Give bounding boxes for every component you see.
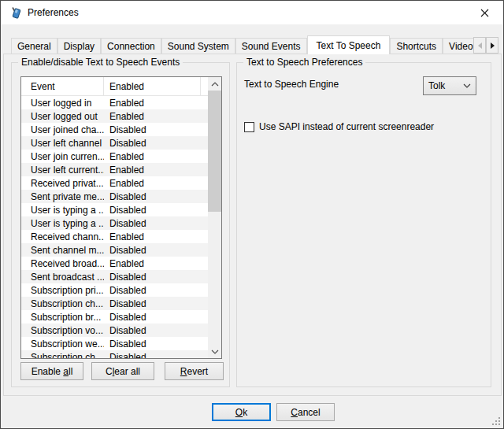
enabled-cell: Enabled [104, 111, 201, 122]
table-row[interactable]: Sent private me... Disabled [21, 190, 208, 203]
tab-general[interactable]: General [11, 38, 57, 54]
enabled-cell: Enabled [104, 258, 201, 269]
preferences-dialog: Preferences General Display Connection S… [0, 0, 504, 429]
scroll-down-button[interactable] [208, 345, 221, 358]
sapi-checkbox-label: Use SAPI instead of current screenreader [259, 121, 434, 132]
event-cell: Subscription br... [21, 312, 104, 323]
scroll-up-button[interactable] [208, 77, 221, 91]
table-row[interactable]: User joined cha... Disabled [21, 123, 208, 136]
enabled-cell: Disabled [104, 138, 201, 149]
table-row[interactable]: Sent broadcast ... Disabled [21, 270, 208, 283]
scrollbar-thumb[interactable] [208, 91, 221, 212]
event-cell: User joined cha... [21, 124, 104, 135]
engine-label: Text to Speech Engine [244, 79, 339, 90]
table-row[interactable]: Subscription pri... Disabled [21, 283, 208, 297]
event-cell: Sent private me... [21, 191, 104, 202]
tts-events-group-title: Enable/disable Text to Speech Events [18, 57, 183, 68]
event-cell: Sent broadcast ... [21, 272, 104, 283]
table-row[interactable]: Subscription we... Disabled [21, 337, 208, 350]
table-row[interactable]: Sent channel m... Disabled [21, 243, 208, 257]
event-cell: User left channel [21, 138, 104, 149]
enabled-cell: Disabled [104, 218, 201, 229]
enabled-cell: Enabled [104, 98, 201, 109]
table-row[interactable]: Subscription ch... Disabled [21, 350, 208, 359]
event-cell: User is typing a ... [21, 205, 104, 216]
revert-button[interactable]: Revert [165, 362, 224, 380]
tab-scroll-left-button[interactable] [473, 37, 486, 54]
tab-text-to-speech[interactable]: Text To Speech [307, 35, 391, 54]
tab-scroll-left-icon [478, 43, 482, 49]
event-cell: Subscription pri... [21, 285, 104, 296]
table-row[interactable]: User left channel Disabled [21, 136, 208, 150]
enabled-cell: Disabled [104, 272, 201, 283]
tts-preferences-group-title: Text to Speech Preferences [243, 57, 365, 68]
table-row[interactable]: User join curren... Enabled [21, 150, 208, 163]
table-row[interactable]: Subscription ch... Disabled [21, 297, 208, 310]
enabled-cell: Disabled [104, 352, 201, 360]
enabled-cell: Disabled [104, 325, 201, 336]
table-row[interactable]: User left current... Enabled [21, 163, 208, 176]
event-cell: Received privat... [21, 178, 104, 189]
event-cell: Subscription ch... [21, 352, 104, 360]
tab-scroller [473, 37, 498, 54]
tab-sound-events[interactable]: Sound Events [235, 38, 307, 54]
title-bar: Preferences [1, 1, 503, 24]
table-row[interactable]: Subscription vo... Disabled [21, 324, 208, 337]
tab-scroll-right-icon [491, 43, 495, 49]
ok-button[interactable]: Ok [212, 403, 271, 421]
enabled-cell: Enabled [104, 231, 201, 242]
tab-shortcuts[interactable]: Shortcuts [390, 38, 443, 54]
tab-scroll-right-button[interactable] [486, 37, 498, 54]
table-row[interactable]: Subscription br... Disabled [21, 310, 208, 324]
enable-all-button[interactable]: Enable all [20, 362, 83, 380]
table-row[interactable]: User logged out Enabled [21, 109, 208, 123]
tab-pane: Enable/disable Text to Speech Events Eve… [3, 54, 502, 396]
scroll-down-icon [211, 349, 219, 354]
event-cell: User join curren... [21, 151, 104, 162]
column-header-enabled[interactable]: Enabled [104, 77, 201, 95]
event-cell: User logged out [21, 111, 104, 122]
event-cell: Received chann... [21, 231, 104, 242]
enabled-cell: Enabled [104, 178, 201, 189]
close-button[interactable] [475, 5, 494, 20]
enabled-cell: Enabled [104, 165, 201, 176]
tab-bar: General Display Connection Sound System … [11, 35, 480, 54]
resize-grip[interactable] [491, 416, 501, 426]
cancel-button[interactable]: Cancel [276, 403, 335, 421]
table-row[interactable]: User is typing a ... Disabled [21, 216, 208, 230]
clear-all-button[interactable]: Clear all [91, 362, 154, 380]
engine-combobox[interactable]: Tolk [423, 76, 476, 95]
tts-events-list: Event Enabled User logged in Enabled Use… [20, 76, 222, 359]
table-row[interactable]: User is typing a ... Disabled [21, 203, 208, 216]
enabled-cell: Disabled [104, 312, 201, 323]
enabled-cell: Disabled [104, 338, 201, 349]
sapi-option: Use SAPI instead of current screenreader [244, 121, 434, 132]
tab-connection[interactable]: Connection [101, 38, 161, 54]
enabled-cell: Disabled [104, 205, 201, 216]
event-cell: Subscription ch... [21, 298, 104, 309]
enabled-cell: Enabled [104, 151, 201, 162]
chevron-down-icon [463, 83, 471, 88]
event-cell: User logged in [21, 98, 104, 109]
table-row[interactable]: Received privat... Enabled [21, 176, 208, 190]
table-row[interactable]: Received broad... Enabled [21, 257, 208, 270]
tab-display[interactable]: Display [57, 38, 101, 54]
list-scrollbar[interactable] [208, 77, 221, 358]
enabled-cell: Disabled [104, 298, 201, 309]
tts-events-group: Enable/disable Text to Speech Events Eve… [11, 62, 230, 387]
event-cell: Sent channel m... [21, 245, 104, 256]
event-cell: User is typing a ... [21, 218, 104, 229]
sapi-checkbox[interactable] [244, 122, 254, 132]
list-rows: User logged in Enabled User logged out E… [21, 96, 208, 359]
close-icon [480, 9, 489, 17]
enabled-cell: Disabled [104, 245, 201, 256]
event-cell: User left current... [21, 165, 104, 176]
table-row[interactable]: Received chann... Enabled [21, 230, 208, 243]
scroll-up-icon [211, 82, 219, 87]
column-header-event[interactable]: Event [21, 77, 104, 95]
event-cell: Subscription we... [21, 338, 104, 349]
table-row[interactable]: User logged in Enabled [21, 96, 208, 109]
engine-selected-value: Tolk [424, 80, 463, 91]
event-cell: Received broad... [21, 258, 104, 269]
tab-sound-system[interactable]: Sound System [161, 38, 235, 54]
